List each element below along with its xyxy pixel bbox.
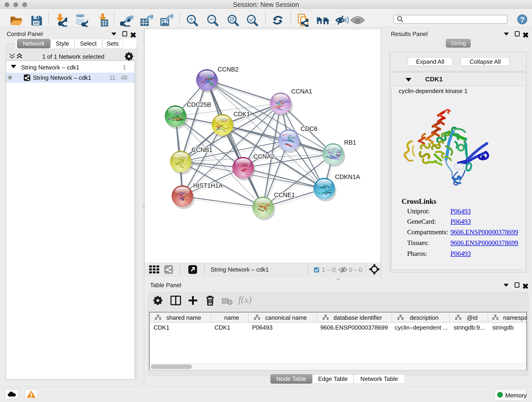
svg-text:CCNA2: CCNA2: [253, 153, 274, 160]
svg-text:CCNB2: CCNB2: [218, 66, 239, 73]
svg-text:CDKN1A: CDKN1A: [335, 173, 360, 180]
svg-text:CDK1: CDK1: [234, 111, 250, 118]
svg-text:CDC6: CDC6: [301, 125, 317, 132]
svg-text:RB1: RB1: [344, 139, 356, 146]
svg-text:CDC25B: CDC25B: [187, 101, 211, 108]
svg-text:HIST1H1A: HIST1H1A: [193, 182, 223, 189]
svg-text:CCNB1: CCNB1: [191, 147, 213, 153]
svg-text:CCNE1: CCNE1: [274, 191, 295, 198]
svg-text:CCNA1: CCNA1: [291, 88, 312, 95]
